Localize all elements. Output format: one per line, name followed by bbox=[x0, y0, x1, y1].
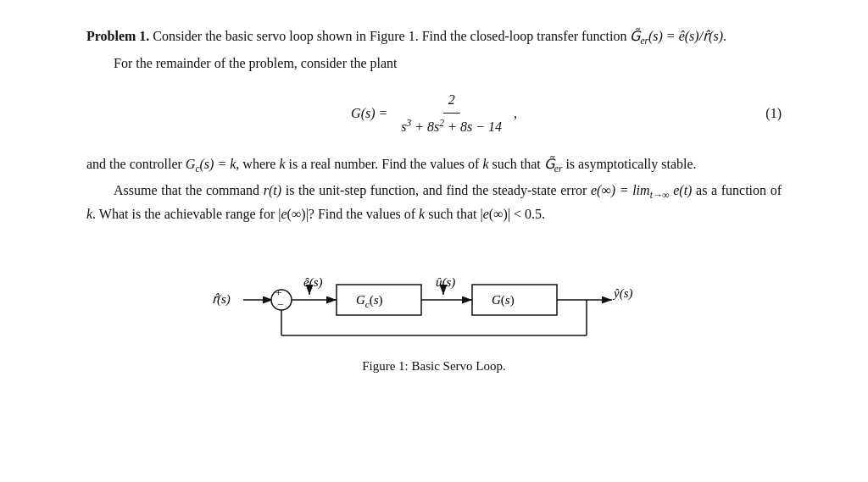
comma: , bbox=[514, 102, 517, 125]
plant-paragraph: For the remainder of the problem, consid… bbox=[86, 53, 782, 75]
minus-sign: − bbox=[277, 298, 283, 311]
steady-state-paragraph: Assume that the command r(t) is the unit… bbox=[86, 180, 782, 224]
r-hat-label: r̂(s) bbox=[212, 292, 231, 307]
diagram-svg: r̂(s) + − ê(s) Gc(s) bbox=[197, 242, 671, 352]
figure-caption: Figure 1: Basic Servo Loop. bbox=[362, 359, 506, 374]
gs-label-diagram: G(s) bbox=[492, 293, 515, 307]
gs-box bbox=[472, 285, 557, 315]
block-diagram: r̂(s) + − ê(s) Gc(s) bbox=[197, 242, 671, 352]
equation-number: (1) bbox=[765, 102, 782, 125]
denominator: s3 + 8s2 + 8s − 14 bbox=[396, 114, 507, 138]
equation-block: G(s) = 2 s3 + 8s2 + 8s − 14 , (1) bbox=[86, 89, 782, 138]
e-hat-label: ê(s) bbox=[303, 275, 323, 290]
fraction: 2 s3 + 8s2 + 8s − 14 bbox=[396, 89, 507, 138]
problem-number: Problem 1. bbox=[86, 29, 149, 43]
numerator: 2 bbox=[443, 89, 460, 114]
problem-text: Problem 1. Consider the basic servo loop… bbox=[86, 25, 782, 225]
gs-label: G(s) = bbox=[351, 102, 387, 125]
controller-paragraph: and the controller Gc(s) = k, where k is… bbox=[86, 153, 782, 177]
page: Problem 1. Consider the basic servo loop… bbox=[70, 0, 798, 399]
plus-sign: + bbox=[275, 286, 281, 299]
y-hat-label: ŷ(s) bbox=[612, 286, 633, 301]
problem-intro: Consider the basic servo loop shown in F… bbox=[153, 29, 726, 43]
diagram-container: r̂(s) + − ê(s) Gc(s) bbox=[86, 242, 782, 374]
u-hat-label: û(s) bbox=[436, 275, 455, 290]
